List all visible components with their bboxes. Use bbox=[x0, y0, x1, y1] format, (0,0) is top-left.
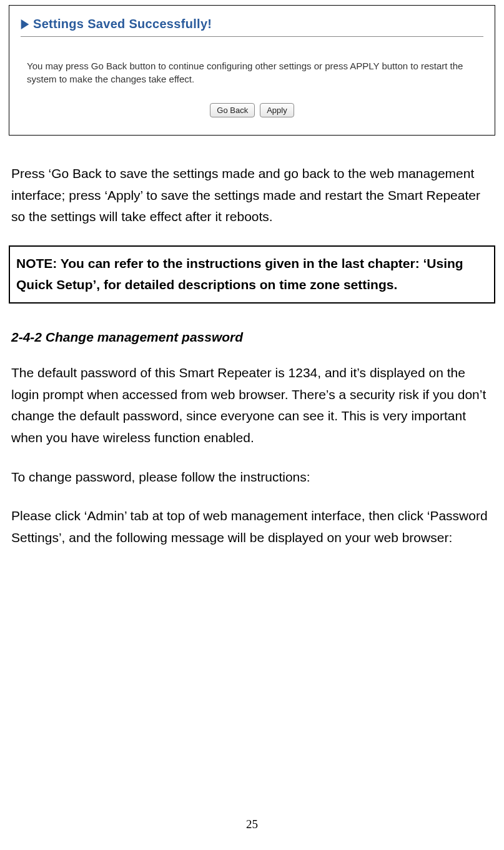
button-row: Go Back Apply bbox=[21, 103, 483, 117]
page-number: 25 bbox=[0, 818, 504, 831]
go-back-button[interactable]: Go Back bbox=[210, 103, 255, 117]
paragraph-go-back-apply: Press ‘Go Back to save the settings made… bbox=[11, 163, 493, 228]
chevron-right-icon bbox=[21, 19, 29, 29]
banner-title: Settings Saved Successfully! bbox=[33, 17, 212, 31]
apply-button[interactable]: Apply bbox=[260, 103, 294, 117]
section-heading: 2-4-2 Change management password bbox=[11, 330, 493, 345]
banner-underline bbox=[21, 36, 483, 37]
banner-description: You may press Go Back button to continue… bbox=[27, 59, 477, 86]
paragraph-admin-tab: Please click ‘Admin’ tab at top of web m… bbox=[11, 505, 493, 548]
paragraph-follow-instructions: To change password, please follow the in… bbox=[11, 467, 493, 488]
paragraph-default-password: The default password of this Smart Repea… bbox=[11, 362, 493, 449]
banner-row: Settings Saved Successfully! bbox=[21, 17, 483, 31]
settings-saved-screenshot: Settings Saved Successfully! You may pre… bbox=[9, 5, 495, 136]
note-box: NOTE: You can refer to the instructions … bbox=[9, 245, 495, 304]
